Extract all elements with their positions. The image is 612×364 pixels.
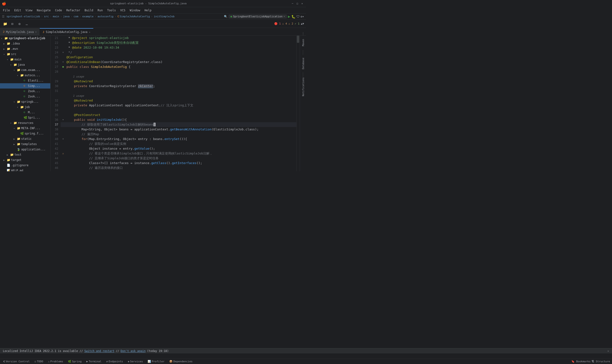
code-line-23: 23 * @date 2022-10-08 19:43:34 [51, 45, 300, 50]
sidebar-item-elastic[interactable]: ▶ © Elasti... [0, 78, 50, 83]
tab-close-active-btn[interactable]: ✕ [89, 31, 90, 33]
nav-class[interactable]: SimpleJobAutoConfig [120, 15, 150, 18]
menu-vcs[interactable]: VCS [118, 8, 127, 13]
search-everywhere-btn[interactable]: 🔍 [224, 15, 227, 18]
sidebar-item-src[interactable]: ▾ 📁 src [0, 52, 50, 57]
scrollbar-thumb[interactable] [297, 36, 299, 43]
tab-more-btn[interactable]: ⋮ [300, 32, 306, 35]
nav-java[interactable]: java [63, 15, 70, 18]
sidebar-item-springf[interactable]: ▶ 🌿 spring.f... [0, 131, 50, 136]
sidebar-item-com[interactable]: ▾ 📁 com.exam... [0, 67, 50, 73]
code-line-36: 36 ▾ public void initSimpleJob(){ [51, 117, 300, 122]
settings-btn[interactable]: ⚙ [16, 21, 23, 27]
sidebar-item-autoconfig[interactable]: ▾ 📁 autoco... [0, 73, 50, 78]
sidebar-item-spri[interactable]: ▶ 🌿 Spri... [0, 115, 50, 120]
coverage-button[interactable]: 🛡 [296, 15, 300, 19]
sidebar-item-target[interactable]: ▶ 📁 target [0, 157, 50, 163]
sidebar-item-springboot-pkg[interactable]: ▾ 📁 springb... [0, 99, 50, 104]
nav-class-icon: C [118, 15, 119, 18]
editor-gutter [296, 36, 300, 171]
nav-main[interactable]: main [53, 15, 59, 18]
code-line-27: 27 ● public class SimpleJobAutoConfig { [51, 65, 300, 69]
code-line-44: 44 // 且继承了SimpleJob接口的类才算是定时任务 [51, 156, 300, 161]
tab-java-icon-active: J [43, 31, 44, 34]
sidebar-item-job[interactable]: ▾ 📁 job [0, 104, 50, 110]
main-area: ▾ 📁 springboot-elasticjob ▶ 📁 .idea ▶ 📁 … [0, 36, 306, 171]
nav-autoconfig[interactable]: autoconfig [97, 15, 113, 18]
sidebar-item-application[interactable]: ▶ 🍃 application... [0, 147, 50, 152]
code-line-22: 22 * @description SimpleJob类型任务自动配置 [51, 40, 300, 45]
ok-indicator[interactable]: ✓ 1 [295, 22, 300, 25]
tab-simplejobAutoconfig[interactable]: J SimpleJobAutoConfig.java ✕ [40, 28, 93, 35]
nav-com[interactable]: com [73, 15, 78, 18]
sidebar-item-static[interactable]: ▶ 📁 static [0, 136, 50, 142]
minimize-button[interactable]: ─ [291, 2, 294, 6]
sidebar-item-m[interactable]: ▶ © M... [0, 110, 50, 115]
menu-edit[interactable]: Edit [12, 8, 23, 13]
code-line-46: 46 // 遍历该类继承的接口 [51, 166, 300, 170]
warn-indicator2[interactable]: ⚠ 2 [288, 22, 293, 25]
expand-collapse-btn[interactable]: ▲▼ [301, 22, 304, 25]
editor-area[interactable]: 21 * @project springboot-elasticjob 22 *… [51, 36, 300, 171]
sidebar-item-simplejob[interactable]: ▶ © Simp... [0, 83, 50, 89]
menu-window[interactable]: Window [128, 8, 142, 13]
nav-example[interactable]: example [82, 15, 93, 18]
menu-view[interactable]: View [24, 8, 34, 13]
sidebar-item-idea[interactable]: ▶ 📁 .idea [0, 41, 50, 46]
nav-project[interactable]: springboot-elasticjob [6, 15, 40, 18]
database-panel-btn[interactable]: Database [301, 56, 306, 71]
sidebar-item-gitignore[interactable]: ▶ 📄 .gitignore [0, 163, 50, 168]
menu-file[interactable]: File [1, 8, 12, 13]
code-line-40: 40 ▾ for(Map.Entry<String, Object> entry… [51, 137, 300, 142]
right-panel: Maven Database Notifications [300, 36, 306, 171]
collapse-btn[interactable]: ⊟ [9, 21, 15, 27]
sidebar-item-java[interactable]: ▾ 📁 java [0, 62, 50, 67]
sidebar-item-main[interactable]: ▾ 📁 main [0, 57, 50, 62]
error-indicator[interactable]: 🔴 1 [274, 22, 281, 25]
title-bar: 🍎 springboot-elasticjob - SimpleJobAutoC… [0, 0, 306, 7]
menu-refactor[interactable]: Refactor [64, 8, 82, 13]
warn-indicator1[interactable]: ⚠ 4 [282, 22, 287, 25]
sidebar-item-helpmd[interactable]: ▶ 📝 HELP.md [0, 168, 50, 171]
window-title: springboot-elasticjob - SimpleJobAutoCon… [110, 2, 186, 5]
sidebar-toggle[interactable]: ☰ [2, 15, 5, 18]
menu-tools[interactable]: Tools [105, 8, 118, 13]
project-root-label: springboot-elasticjob [9, 37, 45, 40]
sidebar-project-root[interactable]: ▾ 📁 springboot-elasticjob [0, 36, 50, 41]
sidebar-item-metainf[interactable]: ▾ 📁 META-INF... [0, 126, 50, 131]
run-config-selector[interactable]: ● SpringbootElasticjobApplication ▾ [228, 14, 287, 19]
window-controls[interactable]: ─ □ ✕ [291, 2, 304, 6]
menu-run[interactable]: Run [96, 8, 105, 13]
code-line-34: 34 [51, 108, 300, 113]
sidebar-item-mvn[interactable]: ▶ 📁 .mvn [0, 46, 50, 52]
editor-scroll[interactable]: 21 * @project springboot-elasticjob 22 *… [51, 36, 300, 171]
code-line-45: 45 Class<?>[] interfaces = instance.getC… [51, 161, 300, 166]
code-line-38: 38 Map<String, Object> beans = applicati… [51, 127, 300, 132]
sidebar-item-zook1[interactable]: ▶ © Zook... [0, 89, 50, 94]
menu-build[interactable]: Build [83, 8, 95, 13]
menu-help[interactable]: Help [143, 8, 153, 13]
nav-method[interactable]: initSimpleJob [154, 15, 174, 18]
run-dropdown[interactable]: ⚙▾ [301, 15, 304, 18]
sidebar-item-zook2[interactable]: ▶ © Zook... [0, 94, 50, 99]
maven-panel-btn[interactable]: Maven [301, 37, 306, 49]
run-button[interactable]: ▶ [288, 14, 290, 19]
code-line-35: 35 @PostConstruct [51, 113, 300, 117]
sidebar-item-test[interactable]: ▶ 📁 test [0, 152, 50, 157]
code-line-41: 41 // 获取的value就是实例 [51, 142, 300, 146]
usage-hint-1: 1 usage [51, 74, 300, 79]
project-panel-btn[interactable]: 📁 [2, 21, 8, 27]
sidebar-item-templates[interactable]: ▶ 📁 templates [0, 142, 50, 147]
maximize-button[interactable]: □ [295, 2, 299, 6]
more-options-btn[interactable]: … [24, 21, 30, 27]
tab-close-btn[interactable]: ✕ [35, 31, 37, 33]
debug-button[interactable]: 🐛 [291, 15, 295, 19]
close-button[interactable]: ✕ [300, 2, 304, 6]
menu-navigate[interactable]: Navigate [35, 8, 53, 13]
sidebar-item-resources[interactable]: ▾ 📁 resources [0, 120, 50, 126]
menu-code[interactable]: Code [53, 8, 64, 13]
tab-mysimplejob[interactable]: J MySimpleJob.java ✕ [0, 28, 40, 35]
panel-separator [303, 50, 303, 55]
notifications-panel-btn[interactable]: Notifications [301, 78, 306, 95]
nav-src[interactable]: src [44, 15, 49, 18]
